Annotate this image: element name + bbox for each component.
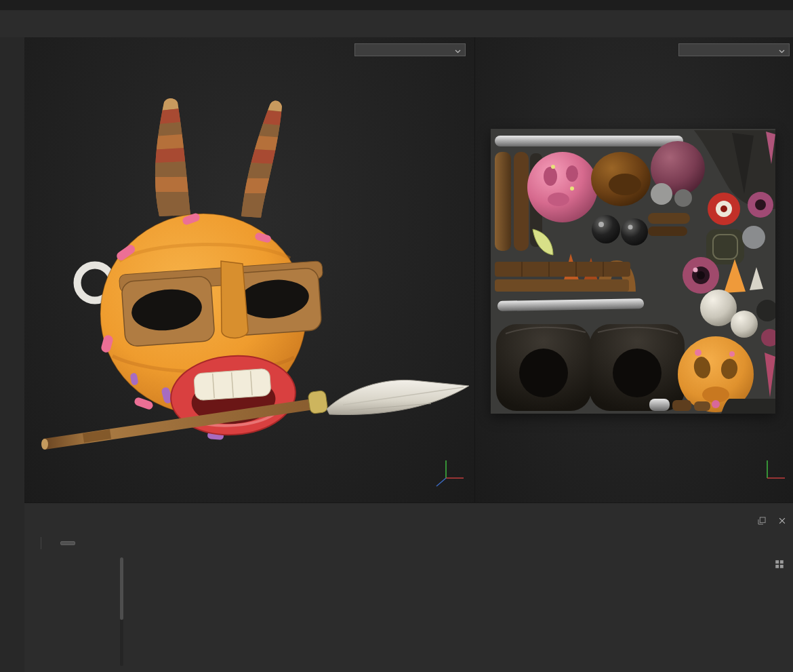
search-input[interactable] [83, 538, 232, 548]
menubar [0, 0, 793, 10]
shelf-toolbar [24, 533, 793, 553]
top-toolbar [0, 10, 793, 37]
separator [41, 537, 41, 549]
shading-mode-dropdown-3d[interactable] [354, 43, 466, 56]
shelf-header [24, 503, 793, 533]
shelf-sidebar [24, 556, 119, 672]
shelf-panel [24, 502, 793, 672]
filter-chip-material[interactable] [60, 541, 75, 545]
chevron-down-icon [455, 44, 461, 56]
close-icon[interactable] [777, 515, 788, 526]
tool-rail [0, 37, 24, 672]
viewport-3d[interactable] [24, 37, 474, 502]
materials-grid [125, 560, 786, 672]
sidebar-scrollbar-thumb[interactable] [120, 557, 123, 620]
grid-view-icon[interactable] [774, 559, 785, 570]
application-window: { "colors": { "window_bg": "#2a2a2a", "m… [0, 0, 793, 672]
sidebar-scrollbar[interactable] [120, 557, 123, 666]
axis-gizmo-2d [756, 452, 790, 486]
viewports-area [24, 37, 793, 502]
mask-3d-model [24, 37, 474, 502]
texture-atlas [491, 129, 775, 414]
float-window-icon[interactable] [756, 515, 767, 526]
viewport-2d[interactable] [474, 37, 793, 502]
shading-mode-dropdown-2d[interactable] [678, 43, 790, 56]
chevron-down-icon [779, 44, 785, 56]
axis-gizmo-3d [431, 452, 470, 492]
